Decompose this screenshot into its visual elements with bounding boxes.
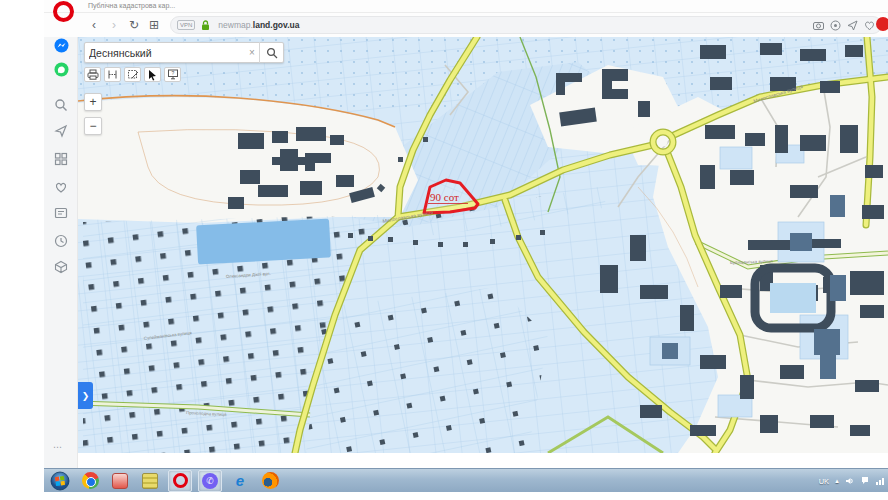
windows-taskbar: ✆ e UK ▲	[44, 468, 888, 492]
speed-dial-icon[interactable]	[53, 151, 69, 167]
back-icon[interactable]: ‹	[86, 14, 102, 36]
tray-action-center-icon[interactable]	[860, 476, 870, 486]
zoom-in-button[interactable]: +	[84, 93, 102, 111]
browser-window: Публічна кадастрова кар... ‹ › ↻ ⊞ VPN n…	[44, 0, 888, 468]
tab-strip: Публічна кадастрова кар...	[44, 0, 888, 13]
print-button[interactable]	[84, 67, 101, 82]
opera-menu-icon[interactable]	[53, 1, 74, 22]
opera-sidebar: ⋯	[44, 37, 78, 468]
news-panel-icon[interactable]	[53, 205, 69, 221]
sidebar-search-icon[interactable]	[53, 97, 69, 113]
taskbar-chrome-icon[interactable]	[78, 470, 102, 492]
tray-language[interactable]: UK	[819, 477, 829, 486]
taskbar-ie-icon[interactable]: e	[228, 470, 252, 492]
messenger-icon[interactable]	[53, 37, 69, 53]
whatsapp-icon[interactable]	[53, 61, 69, 77]
measure-length-button[interactable]	[104, 67, 121, 82]
browser-toolbar: ‹ › ↻ ⊞ VPN newmap.land.gov.ua	[44, 13, 888, 37]
map-toolbar: ?	[84, 67, 181, 82]
addressbar-actions	[813, 17, 875, 33]
bookmarks-heart-icon[interactable]	[53, 179, 69, 195]
search-icon	[266, 47, 278, 59]
start-button[interactable]	[48, 470, 72, 492]
tray-volume-icon[interactable]	[845, 476, 855, 486]
reload-icon[interactable]: ↻	[126, 14, 142, 36]
desktop: Публічна кадастрова кар... ‹ › ↻ ⊞ VPN n…	[0, 0, 888, 500]
bookmark-heart-icon[interactable]	[864, 20, 875, 31]
system-tray: UK ▲	[819, 469, 886, 493]
map-viewport[interactable]: 90 сот Милославська вулиця Милославська …	[78, 37, 888, 453]
map-search-box: ×	[84, 42, 284, 63]
taskbar-photo-viewer-icon[interactable]	[108, 470, 132, 492]
history-clock-icon[interactable]	[53, 233, 69, 249]
address-bar[interactable]: VPN newmap.land.gov.ua	[170, 16, 882, 34]
map-canvas[interactable]: 90 сот Милославська вулиця Милославська …	[78, 37, 888, 453]
taskbar-viber-icon[interactable]: ✆	[198, 470, 222, 492]
help-button[interactable]: ?	[164, 67, 181, 82]
zoom-out-button[interactable]: −	[84, 117, 102, 135]
forward-icon[interactable]: ›	[106, 14, 122, 36]
taskbar-firefox-icon[interactable]	[258, 470, 282, 492]
pond	[196, 219, 331, 265]
parcel-area-label: 90 сот	[430, 191, 459, 203]
layers-panel-toggle[interactable]: ❯	[78, 382, 93, 409]
nav-buttons: ‹ › ↻ ⊞	[86, 14, 162, 36]
select-cursor-button[interactable]	[144, 67, 161, 82]
my-flow-icon[interactable]	[53, 123, 69, 139]
snapshot-camera-icon[interactable]	[813, 20, 824, 31]
search-submit-button[interactable]	[259, 42, 283, 63]
taskbar-opera-icon[interactable]	[168, 470, 192, 492]
extensions-box-icon[interactable]	[53, 259, 69, 275]
vpn-badge[interactable]: VPN	[177, 20, 195, 30]
windows-logo-icon	[50, 471, 70, 491]
my-flow-send-icon[interactable]	[847, 20, 858, 31]
sidebar-more-icon[interactable]: ⋯	[53, 442, 63, 452]
extension-badge-icon[interactable]	[876, 17, 888, 31]
browser-tab[interactable]: Публічна кадастрова кар...	[88, 2, 175, 9]
map-search-input[interactable]	[85, 47, 245, 59]
url-text: newmap.land.gov.ua	[218, 20, 299, 30]
measure-area-button[interactable]	[124, 67, 141, 82]
tray-expand-icon[interactable]: ▲	[834, 478, 840, 484]
clear-search-icon[interactable]: ×	[245, 47, 259, 58]
wallet-icon[interactable]	[830, 20, 841, 31]
taskbar-folder-icon[interactable]	[138, 470, 162, 492]
tray-network-icon[interactable]	[875, 476, 886, 486]
tab-tiles-icon[interactable]: ⊞	[146, 14, 162, 36]
svg-text:?: ?	[171, 70, 174, 76]
lock-icon	[201, 20, 210, 31]
